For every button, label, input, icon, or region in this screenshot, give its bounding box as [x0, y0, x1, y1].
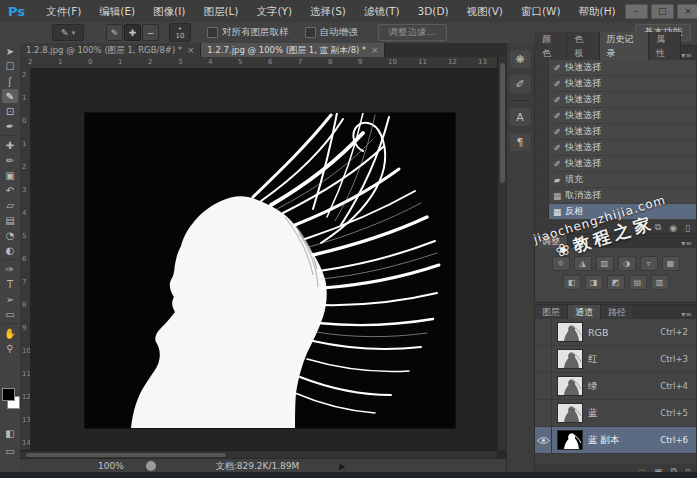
close-button[interactable]: × — [677, 4, 697, 19]
clone-stamp-tool[interactable]: ▣ — [2, 168, 18, 182]
adjustment-icon-0-3[interactable]: ◑ — [618, 256, 636, 271]
panel-menu-icon[interactable]: ▾≡ — [681, 310, 696, 319]
auto-enhance-checkbox[interactable] — [305, 27, 316, 38]
menu-item-7[interactable]: 3D(D) — [409, 0, 458, 22]
screen-mode-button[interactable]: ▭ — [2, 444, 18, 458]
horizontal-scrollbar-thumb[interactable] — [26, 453, 226, 457]
channel-row-2[interactable]: 绿Ctrl+4 — [535, 373, 696, 400]
character-panel-icon[interactable]: A — [510, 108, 530, 126]
tab-路径[interactable]: 路径 — [601, 305, 634, 319]
menu-item-1[interactable]: 编辑(E) — [90, 0, 144, 22]
menu-item-3[interactable]: 图层(L) — [194, 0, 247, 22]
tab-close-icon[interactable]: × — [187, 43, 194, 57]
vertical-scrollbar-thumb[interactable] — [500, 63, 505, 183]
channel-row-3[interactable]: 蓝Ctrl+5 — [535, 400, 696, 427]
history-state-5[interactable]: ✐快速选择 — [535, 140, 696, 156]
menu-item-10[interactable]: 帮助(H) — [570, 0, 625, 22]
adjustment-icon-1-4[interactable]: ▥ — [651, 275, 669, 290]
marquee-tool[interactable]: ☐ — [2, 59, 18, 73]
channel-mask-preview[interactable] — [85, 113, 455, 428]
minimize-button[interactable]: – — [625, 4, 648, 19]
adjustment-icon-1-1[interactable]: ◨ — [585, 275, 603, 290]
pen-tool[interactable]: ✑ — [2, 262, 18, 276]
panel-menu-icon[interactable]: ▾≡ — [681, 239, 696, 248]
tab-属性[interactable]: 属性 — [649, 32, 681, 60]
history-source-checkbox[interactable] — [535, 172, 549, 187]
adjustment-icon-0-5[interactable]: ▦ — [662, 256, 680, 271]
new-selection-mode[interactable]: ✎ — [106, 24, 123, 41]
menu-item-8[interactable]: 视图(V) — [458, 0, 512, 22]
menu-item-5[interactable]: 选择(S) — [301, 0, 355, 22]
panel-menu-icon[interactable]: ▾≡ — [681, 51, 696, 60]
brush-panel-icon[interactable]: ❋ — [510, 50, 530, 68]
new-snapshot-icon[interactable]: ◉ — [669, 223, 677, 233]
quick-mask-button[interactable]: ◧ — [2, 426, 18, 440]
refine-edge-button[interactable]: 调整边缘... — [378, 24, 447, 41]
path-selection-tool[interactable]: ➢ — [2, 292, 18, 306]
history-source-checkbox[interactable] — [535, 92, 549, 107]
visibility-eye-icon[interactable] — [535, 373, 552, 399]
adjustment-icon-0-4[interactable]: ▿ — [640, 256, 658, 271]
tab-色板[interactable]: 色板 — [567, 32, 599, 60]
history-source-checkbox[interactable] — [535, 140, 549, 155]
menu-item-6[interactable]: 滤镜(T) — [355, 0, 409, 22]
tab-颜色[interactable]: 颜色 — [535, 32, 567, 60]
tab-adjustments[interactable]: 调整 — [535, 234, 568, 248]
visibility-eye-icon[interactable] — [535, 400, 552, 426]
ps-logo[interactable]: Ps — [8, 4, 25, 19]
history-source-checkbox[interactable] — [535, 204, 549, 219]
history-state-6[interactable]: ✐快速选择 — [535, 156, 696, 172]
history-state-8[interactable]: ▦取消选择 — [535, 188, 696, 204]
history-state-9[interactable]: ▦反相 — [535, 204, 696, 220]
tool-preset-picker[interactable]: ✎ ▾ — [52, 24, 84, 41]
history-state-1[interactable]: ✐快速选择 — [535, 76, 696, 92]
add-to-selection-mode[interactable]: ✚ — [124, 24, 141, 41]
brush-tool[interactable]: ✏ — [2, 153, 18, 167]
channel-row-0[interactable]: RGBCtrl+2 — [535, 319, 696, 346]
history-source-checkbox[interactable] — [535, 108, 549, 123]
history-source-checkbox[interactable] — [535, 76, 549, 91]
history-state-7[interactable]: ▰填充 — [535, 172, 696, 188]
brush-presets-icon[interactable]: ✐ — [510, 75, 530, 93]
menu-item-2[interactable]: 图像(I) — [144, 0, 194, 22]
paragraph-panel-icon[interactable]: ¶ — [510, 133, 530, 151]
visibility-eye-icon[interactable] — [535, 346, 552, 372]
tab-历史记录[interactable]: 历史记录 — [600, 32, 650, 60]
shape-tool[interactable]: ▭ — [2, 307, 18, 321]
document-tab-0[interactable]: 1.2.8.jpg @ 100% (图层 1, RGB/8#) *× — [20, 43, 201, 57]
history-source-checkbox[interactable] — [535, 124, 549, 139]
lasso-tool[interactable]: ʃ — [2, 74, 18, 88]
delete-state-icon[interactable]: ▯ — [685, 223, 690, 233]
brush-size-picker[interactable]: • 10 — [169, 23, 191, 42]
history-source-checkbox[interactable] — [535, 156, 549, 171]
tab-close-icon[interactable]: × — [371, 43, 378, 57]
move-tool[interactable]: ➤ — [2, 44, 18, 58]
history-state-2[interactable]: ✐快速选择 — [535, 92, 696, 108]
healing-brush-tool[interactable]: ✚ — [2, 138, 18, 152]
menu-item-0[interactable]: 文件(F) — [37, 0, 90, 22]
visibility-eye-icon[interactable] — [535, 427, 552, 453]
history-source-checkbox[interactable] — [535, 188, 549, 203]
history-state-3[interactable]: ✐快速选择 — [535, 108, 696, 124]
tab-图层[interactable]: 图层 — [535, 305, 568, 319]
canvas-pasteboard[interactable] — [30, 68, 497, 450]
eyedropper-tool[interactable]: ✒ — [2, 119, 18, 133]
adjustment-icon-1-3[interactable]: ▤ — [629, 275, 647, 290]
channel-row-1[interactable]: 红Ctrl+3 — [535, 346, 696, 373]
zoom-level-field[interactable]: 100% — [98, 461, 124, 471]
hand-tool[interactable]: ✋ — [2, 326, 18, 340]
smudge-tool[interactable]: ◔ — [2, 228, 18, 242]
maximize-button[interactable]: □ — [651, 4, 674, 19]
foreground-color-swatch[interactable] — [2, 388, 15, 401]
type-tool[interactable]: T — [2, 277, 18, 291]
history-state-4[interactable]: ✐快速选择 — [535, 124, 696, 140]
sample-all-layers-checkbox[interactable] — [207, 27, 218, 38]
adjustment-icon-1-2[interactable]: ◩ — [607, 275, 625, 290]
status-options-arrow[interactable]: ▶ — [339, 462, 345, 471]
zoom-tool[interactable]: ⚲ — [2, 341, 18, 355]
adjustment-icon-1-0[interactable]: ◧ — [563, 275, 581, 290]
eraser-tool[interactable]: ▱ — [2, 198, 18, 212]
menu-item-9[interactable]: 窗口(W) — [512, 0, 570, 22]
crop-tool[interactable]: ⊡ — [2, 104, 18, 118]
subtract-from-selection-mode[interactable]: − — [142, 24, 159, 41]
